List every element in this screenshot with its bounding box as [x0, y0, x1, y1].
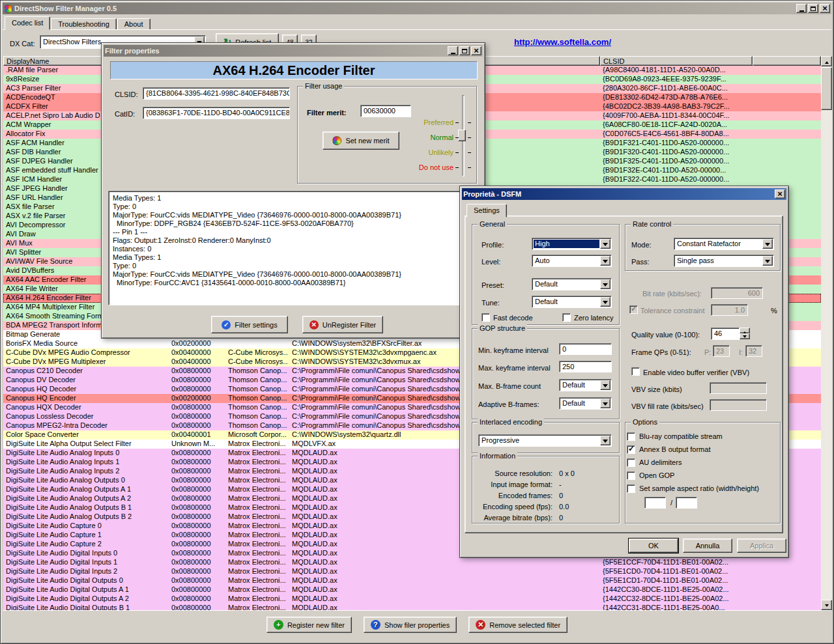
quality-field[interactable]: 46: [711, 328, 740, 340]
mode-select[interactable]: Constant Ratefactor: [674, 238, 774, 250]
interlaced-select[interactable]: Progressive: [478, 434, 612, 447]
cell-clsid: {B9D1F320-C401-11D0-A520-000000...: [600, 148, 820, 157]
spin-up-icon[interactable]: [740, 328, 750, 333]
close-button[interactable]: [775, 189, 785, 199]
quality-stepper[interactable]: [740, 328, 750, 340]
chevron-down-icon[interactable]: [600, 279, 611, 289]
catid-field[interactable]: {083863F1-70DE-11D0-BD40-00A0C911CE86}: [143, 107, 290, 119]
button-label: Remove selected filter: [489, 621, 560, 629]
table-row[interactable]: DigiSuite Lite Audio Digital Outputs A 1…: [3, 585, 821, 595]
aspect-height-field[interactable]: [676, 497, 697, 509]
chevron-down-icon[interactable]: [600, 256, 611, 266]
pass-select[interactable]: Single pass: [674, 255, 774, 267]
chevron-down-icon[interactable]: [762, 239, 773, 249]
group-label: Filter usage: [303, 82, 344, 91]
cell-company: Matrox Electroni...: [225, 485, 288, 494]
scrollbar-thumb[interactable]: [821, 67, 832, 110]
show-filer-properties-button[interactable]: ?Show filer properties: [364, 617, 457, 633]
clsid-field[interactable]: {81CB8064-3395-4621-998C-840EF848B73C}: [143, 87, 290, 100]
set-sample-aspect-ratio-width-height-checkbox[interactable]: [627, 484, 635, 493]
main-titlebar[interactable]: DirectShow Filter Manager 0.5: [3, 3, 831, 14]
quality-label: Quality value (0-100):: [631, 331, 700, 339]
table-row[interactable]: DigiSuite Lite Audio Digital Outputs B 1…: [3, 604, 821, 610]
cell-merit: 0x00800000: [169, 421, 224, 430]
open-gop-checkbox[interactable]: [627, 471, 635, 480]
table-row[interactable]: DigiSuite Lite Audio Digital Outputs 00x…: [3, 576, 821, 585]
filter-properties-titlebar[interactable]: Filter properties: [104, 45, 483, 57]
dsfm-titlebar[interactable]: Proprietà - DSFM: [462, 188, 786, 200]
vertical-scrollbar[interactable]: [821, 56, 832, 610]
cell-path: MQDLAUD.ax: [289, 458, 467, 467]
table-row[interactable]: DigiSuite Lite Audio Digital Inputs 10x0…: [3, 558, 821, 567]
minimize-icon: [451, 49, 455, 54]
table-row[interactable]: DigiSuite Lite Audio Digital Outputs A 2…: [3, 595, 821, 604]
fast-decode-checkbox[interactable]: [482, 313, 490, 322]
profile-select[interactable]: High: [532, 238, 612, 250]
cell-path: C:\WINDOWS\system32\BFXSrcFilter.ax: [289, 339, 467, 348]
group-label: Information: [478, 452, 517, 460]
chevron-down-icon[interactable]: [600, 239, 611, 249]
media-info-box[interactable]: Media Types: 1Type: 0MajorType: FourCC:v…: [108, 191, 460, 305]
scroll-down-button[interactable]: [821, 600, 832, 610]
tab-settings[interactable]: Settings: [467, 204, 507, 217]
remove-selected-filter-button[interactable]: ✕Remove selected filter: [468, 617, 568, 633]
filter-merit-field[interactable]: 00630000: [360, 105, 411, 117]
merit-slider-thumb[interactable]: [458, 130, 466, 141]
minimize-button[interactable]: [448, 46, 458, 55]
max-keyframe-field[interactable]: 250: [559, 361, 612, 372]
cell-merit: 0x00400000: [169, 348, 224, 357]
adaptive-bframe-value: Default: [561, 399, 599, 408]
cell-path: C:\Programmi\File comuni\Canopus Shared\…: [289, 394, 467, 403]
information-label: Average bitrate (bps):: [473, 514, 553, 522]
vbv-enable-checkbox[interactable]: [631, 367, 640, 376]
chevron-down-icon[interactable]: [600, 436, 611, 445]
tab-about[interactable]: About: [117, 18, 151, 30]
media-info-line: MinorType: DDPF_RGB24 {E436EB7D-524F-11C…: [113, 219, 455, 228]
au-delimiters-checkbox[interactable]: [627, 458, 635, 467]
restore-button[interactable]: [808, 4, 818, 13]
restore-button[interactable]: [459, 46, 470, 55]
table-row[interactable]: DigiSuite Lite Audio Digital Inputs 20x0…: [3, 567, 821, 576]
level-value: Auto: [534, 257, 599, 265]
cell-company: Thomson Canop...: [225, 385, 288, 394]
column-header-blank[interactable]: [465, 56, 600, 66]
annulla-button[interactable]: Annulla: [683, 539, 732, 553]
preset-select[interactable]: Default: [532, 278, 612, 290]
chevron-down-icon[interactable]: [762, 256, 773, 266]
chevron-down-icon[interactable]: [600, 297, 611, 307]
close-button[interactable]: [471, 46, 482, 55]
unregister-filter-button[interactable]: UnRegister Filter: [302, 316, 383, 333]
column-header-blank2[interactable]: [753, 56, 821, 66]
cell-path: C:\Programmi\File comuni\Canopus Shared\…: [289, 412, 467, 421]
annex-b-output-format-checkbox[interactable]: [627, 445, 635, 454]
cell-merit: 0x00200000: [169, 339, 224, 348]
blu-ray-compatible-stream-checkbox[interactable]: [627, 432, 635, 441]
spin-down-icon[interactable]: [740, 333, 750, 339]
tab-troubleshooting[interactable]: Troubleshooting: [51, 18, 116, 30]
dx-cat-label: DX Cat:: [10, 40, 35, 48]
tab-codec-list[interactable]: Codec list: [5, 16, 50, 30]
min-keyframe-field[interactable]: 0: [559, 343, 612, 355]
ok-button[interactable]: OK: [629, 539, 678, 553]
zero-latency-checkbox[interactable]: [562, 313, 571, 322]
max-bframe-select[interactable]: Default: [559, 379, 612, 391]
filter-settings-button[interactable]: Filter settings: [211, 316, 288, 333]
website-link[interactable]: http://www.softella.com/: [514, 37, 611, 47]
cell-clsid: {6A08CF80-0E18-11CF-A24D-0020A...: [600, 120, 820, 130]
option-label: Set sample aspect ratio (width/height): [639, 484, 759, 492]
column-header-clsid[interactable]: CLSID: [600, 56, 753, 66]
register-new-filter-button[interactable]: +Register new filter: [266, 617, 352, 633]
level-select[interactable]: Auto: [532, 255, 612, 267]
chevron-down-icon[interactable]: [600, 380, 611, 390]
scroll-up-button[interactable]: [821, 56, 832, 66]
chevron-down-icon[interactable]: [600, 399, 611, 408]
media-info-line: MinorType: FourCC:AVC1 {31435641-0000-00…: [113, 279, 455, 287]
information-value: 0: [559, 514, 563, 522]
adaptive-bframe-select[interactable]: Default: [559, 397, 612, 410]
tune-select[interactable]: Default: [532, 296, 612, 308]
aspect-width-field[interactable]: [644, 497, 666, 509]
close-button[interactable]: [820, 4, 830, 13]
cell-name: C-Cube DVx MPEG Multiplexer: [3, 357, 167, 367]
cell-name: DigiSuite Lite Audio Analog Inputs 2: [3, 467, 167, 476]
minimize-button[interactable]: [796, 4, 807, 13]
